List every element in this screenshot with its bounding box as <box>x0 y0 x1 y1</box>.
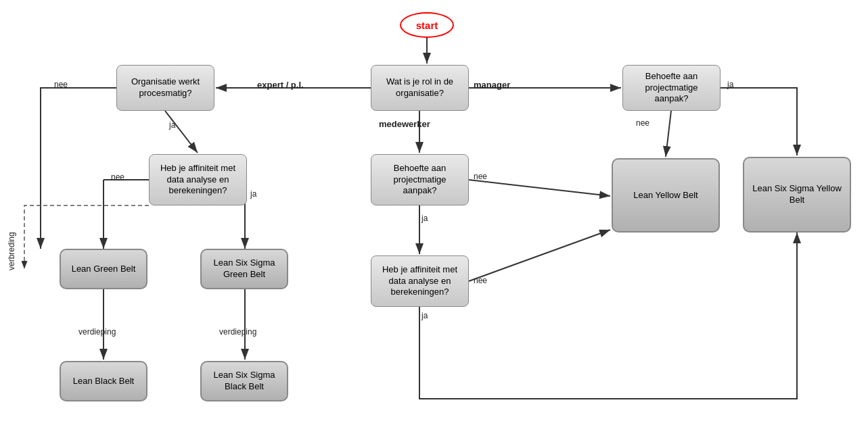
label-verbreding: verbreding <box>7 216 16 270</box>
label-ja5: ja <box>421 311 428 320</box>
label-nee1: nee <box>54 80 68 89</box>
label-verdieping2: verdieping <box>219 327 256 337</box>
behoefte-mw-node: Behoefte aan projectmatige aanpak? <box>371 154 469 205</box>
affiniteit1-node: Heb je affiniteit met data analyse en be… <box>149 154 247 205</box>
label-ja3: ja <box>727 80 733 89</box>
lean-black-node: Lean Black Belt <box>60 361 147 401</box>
svg-line-15 <box>469 230 610 281</box>
label-ja2: ja <box>250 189 256 199</box>
label-verdieping1: verdieping <box>78 327 116 337</box>
label-expert: expert / p.l. <box>257 80 304 90</box>
lean-green-node: Lean Green Belt <box>60 249 147 289</box>
lss-green-node: Lean Six Sigma Green Belt <box>200 249 288 289</box>
label-nee4: nee <box>474 172 487 181</box>
label-nee3: nee <box>636 118 649 128</box>
label-medewerker: medewerker <box>379 119 430 129</box>
affiniteit2-node: Heb je affiniteit met data analyse en be… <box>371 255 469 307</box>
flowchart-diagram: start Wat is je rol in de organisatie? O… <box>0 0 868 440</box>
lss-yellow-node: Lean Six Sigma Yellow Belt <box>743 157 851 233</box>
svg-line-13 <box>469 180 610 196</box>
svg-line-12 <box>666 111 671 157</box>
svg-line-6 <box>165 111 198 153</box>
behoefte-manager-node: Behoefte aan projectmatige aanpak? <box>622 65 721 111</box>
lean-yellow-node: Lean Yellow Belt <box>612 158 720 233</box>
label-ja1: ja <box>169 120 175 130</box>
label-nee5: nee <box>474 276 487 285</box>
lss-black-node: Lean Six Sigma Black Belt <box>200 361 288 401</box>
label-nee2: nee <box>111 172 124 182</box>
label-ja4: ja <box>421 214 428 223</box>
organisatie-node: Organisatie werkt procesmatig? <box>116 65 214 111</box>
rol-node: Wat is je rol in de organisatie? <box>371 65 469 111</box>
start-node: start <box>400 12 454 38</box>
label-manager: manager <box>474 80 510 90</box>
